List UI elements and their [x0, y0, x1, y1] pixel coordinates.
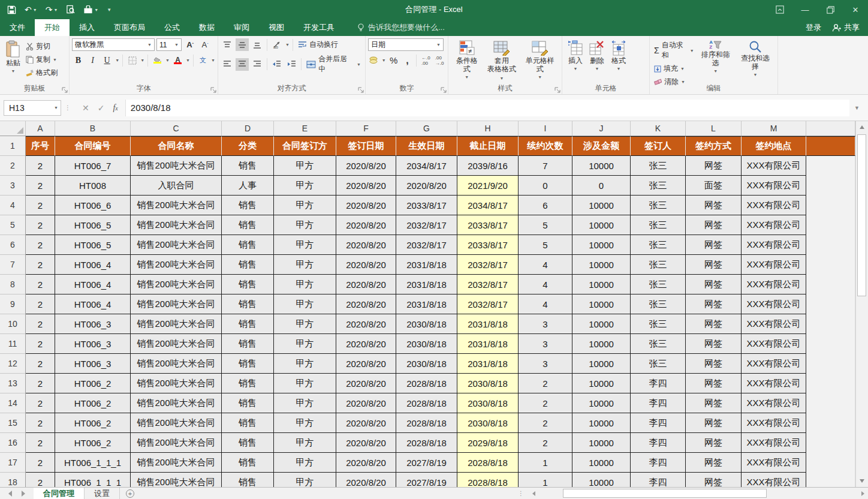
cell[interactable]: HT006_3 [55, 314, 131, 334]
cell[interactable]: 2 [519, 433, 572, 453]
decrease-decimal-button[interactable]: .00→.0 [433, 54, 445, 67]
cell[interactable]: 2030/8/18 [396, 354, 457, 374]
row-header-10[interactable]: 10 [0, 314, 26, 334]
borders-dropdown[interactable]: ▼ [140, 58, 144, 62]
column-header-D[interactable]: D [222, 121, 274, 136]
cell[interactable]: 销售200吨大米合同 [131, 215, 222, 235]
cell[interactable]: 2 [519, 374, 572, 393]
ribbon-display-options-button[interactable] [767, 0, 792, 19]
cell[interactable]: 2030/8/18 [457, 393, 519, 413]
cell[interactable]: 2030/8/18 [396, 314, 457, 334]
cell[interactable]: 销售 [222, 393, 274, 413]
cell[interactable]: 2028/8/18 [396, 433, 457, 453]
cell[interactable]: 2020/8/20 [336, 215, 396, 235]
cell[interactable]: 2027/8/19 [396, 453, 457, 473]
restore-button[interactable] [818, 0, 843, 19]
cancel-entry-button[interactable]: ✕ [82, 103, 89, 113]
cell[interactable]: XXX有限公司 [742, 354, 806, 374]
cell[interactable]: 2020/8/20 [336, 453, 396, 473]
column-header-E[interactable]: E [274, 121, 336, 136]
accounting-format-button[interactable] [368, 54, 380, 67]
column-header-H[interactable]: H [457, 121, 519, 136]
cell[interactable]: 甲方 [274, 334, 336, 354]
prev-sheet-arrow[interactable] [8, 491, 12, 497]
font-color-button[interactable]: A [171, 54, 184, 67]
cell[interactable]: 销售200吨大米合同 [131, 393, 222, 413]
cell[interactable]: 10000 [572, 156, 631, 176]
cell[interactable]: 10000 [572, 235, 631, 255]
cell[interactable]: 销售 [222, 354, 274, 374]
cell[interactable]: 网签 [686, 275, 742, 294]
cell[interactable]: 2031/8/18 [457, 354, 519, 374]
empty-cell[interactable] [806, 275, 855, 294]
cell[interactable]: 3 [519, 334, 572, 354]
cell[interactable]: 人事 [222, 176, 274, 196]
cell[interactable]: 网签 [686, 374, 742, 393]
cell[interactable]: 2027/8/19 [396, 473, 457, 487]
center-button[interactable] [236, 58, 249, 71]
cell[interactable]: 销售200吨大米合同 [131, 196, 222, 215]
row-header-17[interactable]: 17 [0, 453, 26, 473]
cell[interactable]: 10000 [572, 334, 631, 354]
copy-button[interactable]: 复制 ▼ [24, 54, 59, 65]
cell[interactable]: XXX有限公司 [742, 215, 806, 235]
cell[interactable]: 10000 [572, 374, 631, 393]
cell[interactable]: HT006_4 [55, 275, 131, 294]
cell[interactable]: 张三 [631, 354, 686, 374]
row-header-3[interactable]: 3 [0, 176, 26, 196]
column-header-F[interactable]: F [336, 121, 396, 136]
touch-mouse-mode-button[interactable]: ▼ [83, 5, 98, 14]
decrease-indent-button[interactable] [270, 58, 284, 71]
cell[interactable]: 甲方 [274, 156, 336, 176]
tab-file[interactable]: 文件 [0, 19, 35, 36]
cell[interactable]: 2 [26, 473, 55, 487]
tab-开始[interactable]: 开始 [35, 19, 70, 36]
redo-button[interactable]: ↷▼ [46, 5, 58, 14]
orientation-dropdown[interactable]: ▼ [285, 43, 290, 47]
cell[interactable]: 网签 [686, 215, 742, 235]
cell[interactable]: 2020/8/20 [336, 176, 396, 196]
row-header-12[interactable]: 12 [0, 354, 26, 374]
cell[interactable]: 张三 [631, 334, 686, 354]
cell[interactable]: 销售 [222, 413, 274, 433]
conditional-formatting-button[interactable]: ≠ 条件格式 ▼ [451, 38, 483, 85]
cell[interactable]: 2020/8/20 [336, 294, 396, 314]
cell[interactable]: 2020/8/20 [336, 393, 396, 413]
confirm-entry-button[interactable]: ✓ [98, 103, 105, 113]
cell[interactable]: 甲方 [274, 393, 336, 413]
percent-button[interactable]: % [388, 54, 400, 67]
cell[interactable]: XXX有限公司 [742, 156, 806, 176]
cell[interactable]: 入职合同 [131, 176, 222, 196]
sign-in-button[interactable]: 登录 [806, 22, 821, 33]
row-header-16[interactable]: 16 [0, 433, 26, 453]
cell[interactable]: XXX有限公司 [742, 255, 806, 275]
cell[interactable]: 甲方 [274, 354, 336, 374]
cell[interactable]: 李四 [631, 433, 686, 453]
clipboard-dialog-launcher[interactable] [62, 87, 68, 93]
cell[interactable]: 2028/8/18 [396, 393, 457, 413]
autosum-button[interactable]: Σ 自动求和 ▼ [652, 40, 696, 61]
merge-center-button[interactable]: 合并后居中 ▼ [305, 53, 363, 75]
row-header-4[interactable]: 4 [0, 196, 26, 215]
cell[interactable]: 2020/8/20 [336, 374, 396, 393]
comma-button[interactable]: , [402, 54, 414, 67]
number-format-combo[interactable]: 日期▼ [368, 38, 444, 51]
cell[interactable]: 2028/8/18 [457, 473, 519, 487]
cell[interactable]: 2020/8/20 [336, 473, 396, 487]
bold-button[interactable]: B [72, 54, 85, 67]
cell[interactable]: 10000 [572, 314, 631, 334]
cell[interactable]: 2 [26, 314, 55, 334]
cell[interactable]: HT006_1_1_1 [55, 473, 131, 487]
cell[interactable]: 网签 [686, 255, 742, 275]
cell[interactable]: 5 [519, 215, 572, 235]
cell[interactable]: 销售 [222, 473, 274, 487]
empty-cell[interactable] [806, 374, 855, 393]
cell[interactable]: 销售200吨大米合同 [131, 413, 222, 433]
tab-插入[interactable]: 插入 [70, 19, 104, 36]
cell[interactable]: 销售200吨大米合同 [131, 275, 222, 294]
name-box-dropdown[interactable]: ▼ [54, 106, 58, 110]
cell[interactable]: 2029/8/18 [457, 433, 519, 453]
cell[interactable]: 2021/9/20 [457, 176, 519, 196]
cell[interactable]: 张三 [631, 235, 686, 255]
cell[interactable]: 7 [519, 156, 572, 176]
